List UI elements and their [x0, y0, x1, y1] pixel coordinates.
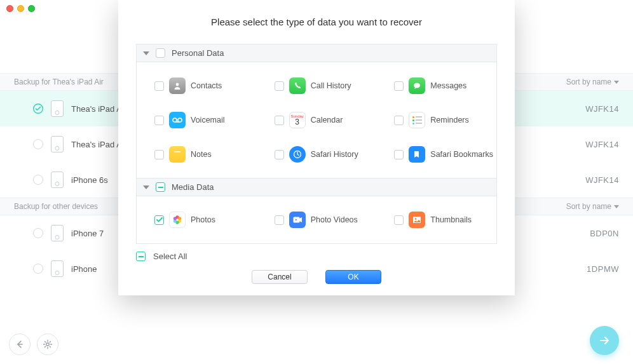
- item-photo-videos[interactable]: Photo Videos: [257, 203, 377, 237]
- section-label: Backup for Thea's iPad Air: [14, 78, 104, 86]
- device-name: Thea's iPad A: [71, 140, 122, 149]
- checkbox[interactable]: [154, 116, 164, 125]
- disclosure-icon[interactable]: [143, 185, 149, 189]
- personal-grid: Contacts Call History Messages Voicemail…: [137, 62, 496, 178]
- category-header-media[interactable]: Media Data: [137, 178, 496, 196]
- item-label: Call History: [311, 81, 351, 90]
- window-minimize-button[interactable]: [17, 5, 24, 12]
- checkbox[interactable]: [394, 150, 404, 159]
- category-checkbox-media[interactable]: [156, 182, 165, 192]
- checkbox[interactable]: [275, 215, 284, 225]
- item-call-history[interactable]: Call History: [257, 69, 377, 103]
- checkbox[interactable]: [154, 215, 164, 225]
- device-icon: [51, 225, 64, 241]
- checkbox[interactable]: [154, 81, 164, 91]
- device-icon: [51, 260, 64, 277]
- item-safari-history[interactable]: Safari History: [257, 137, 377, 172]
- sort-label: Sort by name: [566, 78, 611, 86]
- device-icon: [51, 172, 64, 188]
- chevron-down-icon: [614, 205, 619, 208]
- contacts-icon: [169, 78, 186, 94]
- item-photos[interactable]: Photos: [137, 203, 257, 237]
- reminders-icon: [409, 112, 425, 128]
- section-label: Backup for other devices: [14, 202, 98, 211]
- item-label: Thumbnails: [430, 215, 472, 224]
- notes-icon: [169, 146, 186, 163]
- next-button[interactable]: [590, 326, 619, 355]
- settings-button[interactable]: [37, 334, 58, 355]
- radio[interactable]: [33, 139, 43, 149]
- radio[interactable]: [33, 175, 43, 185]
- device-icon: [51, 136, 64, 152]
- checkbox[interactable]: [394, 215, 404, 225]
- media-grid: Photos Photo Videos Thumbnails: [137, 196, 496, 243]
- device-icon: [51, 100, 64, 117]
- item-label: Voicemail: [191, 116, 225, 125]
- radio-selected[interactable]: [33, 104, 43, 114]
- item-voicemail[interactable]: Voicemail: [137, 103, 257, 137]
- item-contacts[interactable]: Contacts: [137, 69, 257, 103]
- window-maximize-button[interactable]: [28, 5, 35, 12]
- sort-button[interactable]: Sort by name: [566, 78, 619, 86]
- item-label: Reminders: [430, 116, 468, 125]
- device-serial: WJFK14: [585, 175, 619, 185]
- item-label: Calendar: [311, 116, 343, 125]
- checkbox[interactable]: [275, 81, 284, 91]
- checkbox[interactable]: [275, 150, 284, 159]
- item-label: Photos: [191, 215, 215, 224]
- bottom-nav: [9, 334, 58, 355]
- ok-button[interactable]: OK: [325, 270, 381, 284]
- svg-point-6: [178, 118, 182, 122]
- item-label: Contacts: [191, 81, 222, 90]
- device-serial: WJFK14: [585, 104, 619, 114]
- select-all-label: Select All: [153, 252, 187, 261]
- recover-type-modal: Please select the type of data you want …: [118, 0, 515, 295]
- item-calendar[interactable]: Sunday3 Calendar: [257, 103, 377, 137]
- checkbox[interactable]: [394, 116, 404, 125]
- svg-point-2: [46, 343, 49, 346]
- sort-button[interactable]: Sort by name: [566, 202, 619, 211]
- select-all-row[interactable]: Select All: [136, 252, 497, 261]
- item-notes[interactable]: Notes: [137, 137, 257, 172]
- thumbnails-icon: [409, 212, 425, 228]
- select-all-checkbox[interactable]: [136, 252, 146, 261]
- phone-icon: [289, 78, 306, 94]
- item-thumbnails[interactable]: Thumbnails: [376, 203, 496, 237]
- device-name: iPhone: [71, 264, 97, 274]
- cancel-button[interactable]: Cancel: [252, 270, 308, 284]
- item-safari-bookmarks[interactable]: Safari Bookmarks: [376, 137, 496, 172]
- window-close-button[interactable]: [6, 5, 13, 12]
- device-serial: WJFK14: [585, 140, 619, 149]
- arrow-left-icon: [15, 339, 25, 349]
- safari-bookmarks-icon: [409, 146, 425, 163]
- item-label: Safari Bookmarks: [430, 150, 493, 159]
- svg-point-4: [414, 83, 420, 88]
- checkbox[interactable]: [394, 81, 404, 91]
- category-header-personal[interactable]: Personal Data: [137, 44, 496, 62]
- safari-history-icon: [289, 146, 306, 163]
- gear-icon: [43, 339, 53, 349]
- checkbox[interactable]: [154, 150, 164, 159]
- disclosure-icon[interactable]: [143, 51, 149, 55]
- photos-icon: [169, 212, 186, 228]
- svg-point-5: [173, 118, 177, 122]
- device-name: iPhone 6s: [71, 175, 108, 185]
- item-messages[interactable]: Messages: [376, 69, 496, 103]
- item-reminders[interactable]: Reminders: [376, 103, 496, 137]
- item-label: Photo Videos: [311, 215, 358, 224]
- radio[interactable]: [33, 264, 43, 274]
- category-checkbox-personal[interactable]: [156, 48, 165, 58]
- svg-rect-8: [174, 151, 180, 152]
- window-controls: [6, 5, 35, 12]
- radio[interactable]: [33, 228, 43, 238]
- checkbox[interactable]: [275, 116, 284, 125]
- svg-point-15: [174, 217, 177, 220]
- svg-point-3: [176, 83, 179, 86]
- modal-title: Please select the type of data you want …: [118, 0, 515, 44]
- category-box: Personal Data Contacts Call History Mess…: [136, 44, 497, 244]
- back-button[interactable]: [9, 334, 31, 355]
- modal-buttons: Cancel OK: [118, 270, 515, 284]
- item-label: Notes: [191, 150, 212, 159]
- device-name: iPhone 7: [71, 229, 104, 238]
- sort-label: Sort by name: [566, 202, 611, 211]
